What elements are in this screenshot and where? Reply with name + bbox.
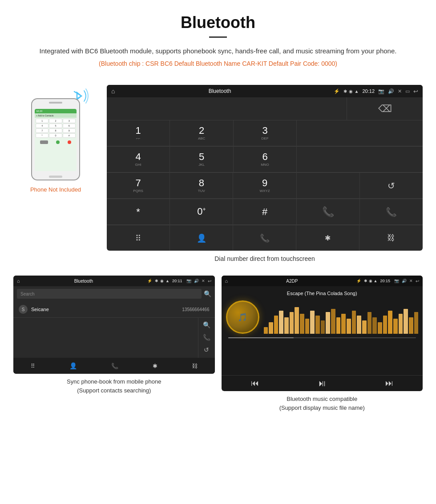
pb-search-side-icon[interactable]: 🔍 — [203, 321, 210, 328]
call-button[interactable]: 📞 — [297, 199, 360, 225]
music-home-icon[interactable]: ⌂ — [225, 278, 228, 284]
volume-icon[interactable]: 🔊 — [388, 88, 394, 94]
dial-key-8[interactable]: 8 TUV — [170, 173, 233, 199]
dial-screen: ⌂ Bluetooth ⚡ ✱ ◉ ▲ 20:12 📷 🔊 ✕ ▭ ↩ — [107, 85, 423, 251]
phone-key: 5 — [49, 124, 62, 128]
camera-icon[interactable]: 📷 — [378, 88, 384, 94]
phone-key: 9 — [63, 128, 76, 133]
phone-key: 0 — [49, 133, 62, 138]
dial-key-hash[interactable]: # — [233, 199, 296, 225]
pb-call-side-icon[interactable]: 📞 — [203, 334, 210, 341]
pb-user-icon[interactable]: 👤 — [69, 362, 77, 369]
status-time: 20:12 — [362, 88, 375, 94]
close-icon[interactable]: ✕ — [398, 88, 402, 94]
pb-bt-bottom-icon[interactable]: ✱ — [153, 363, 157, 369]
pb-phone-icon[interactable]: 📞 — [111, 363, 118, 369]
phone-screen: M:20 + Add to Contacts 1 2 3 4 5 6 7 8 9… — [35, 109, 77, 171]
music-progress-area — [226, 337, 419, 338]
dial-key-0[interactable]: 0+ — [170, 199, 233, 225]
phone-key: # — [63, 133, 76, 138]
keypad-button[interactable]: ⠿ — [107, 225, 170, 251]
music-title: A2DP — [230, 279, 353, 284]
phone-key: 1 — [36, 119, 48, 123]
fullscreen-icon[interactable]: ▭ — [405, 88, 410, 94]
pb-contact-letter: S — [19, 305, 28, 314]
dial-screen-title: Bluetooth — [109, 88, 330, 94]
music-sig-icon: ▲ — [374, 279, 378, 283]
pb-contact-row[interactable]: S Seicane 13566664466 — [13, 301, 215, 318]
pb-home-icon[interactable]: ⌂ — [17, 278, 20, 284]
dial-key-5[interactable]: 5 JKL — [170, 147, 233, 172]
dial-key-7[interactable]: 7 PQRS — [107, 173, 170, 199]
phone-not-included-label: Phone Not Included — [30, 186, 81, 193]
music-progress-fill — [228, 337, 294, 338]
pb-cam-icon[interactable]: 📷 — [186, 279, 191, 283]
dial-key-1[interactable]: 1 ⌐⌐ — [107, 120, 170, 146]
pb-bt-icon: ✱ — [155, 279, 158, 283]
pb-search-icon[interactable]: 🔍 — [204, 290, 211, 297]
pb-refresh-side-icon[interactable]: ↺ — [204, 346, 209, 353]
refresh-button[interactable]: ↺ — [360, 173, 423, 199]
dial-key-9[interactable]: 9 WXYZ — [233, 173, 296, 199]
music-equalizer — [264, 300, 419, 334]
header-section: Bluetooth Integrated with BC6 Bluetooth … — [0, 0, 436, 80]
pb-bottom-bar: ⠿ 👤 📞 ✱ ⛓ — [13, 358, 215, 374]
contacts-button[interactable]: 👤 — [170, 225, 233, 251]
pb-link-bottom-icon[interactable]: ⛓ — [192, 363, 198, 369]
pb-side-icons: 🔍 📞 ↺ — [198, 318, 215, 358]
keypad-icon: ⠿ — [135, 233, 141, 243]
phone-key: 8 — [49, 128, 62, 133]
music-usb-icon: ⚡ — [356, 279, 361, 283]
bottom-screenshots: ⌂ Bluetooth ⚡ ✱ ◉ ▲ 20:11 📷 🔊 ✕ ↩ — [0, 269, 436, 416]
pb-search-row: Search 🔍 — [13, 286, 215, 301]
play-pause-button[interactable]: ⏯ — [318, 378, 327, 388]
bluetooth-bt-button[interactable]: ✱ — [296, 225, 359, 251]
music-progress-bar[interactable] — [228, 337, 416, 338]
music-screenshot: ⌂ A2DP ⚡ ✱ ◉ ▲ 20:15 📷 🔊 ✕ ↩ Esca — [222, 276, 423, 391]
phone-key: 6 — [63, 124, 76, 128]
backspace-button[interactable]: ⌫ — [347, 97, 423, 120]
music-status-bar: ⌂ A2DP ⚡ ✱ ◉ ▲ 20:15 📷 🔊 ✕ ↩ — [222, 276, 423, 286]
phone-button[interactable]: 📞 — [233, 225, 296, 251]
phone-key: 4 — [36, 124, 48, 128]
main-content: M:20 + Add to Contacts 1 2 3 4 5 6 7 8 9… — [0, 80, 436, 269]
music-cam-icon[interactable]: 📷 — [394, 279, 399, 283]
pb-usb-icon: ⚡ — [147, 279, 152, 283]
phone-container: M:20 + Add to Contacts 1 2 3 4 5 6 7 8 9… — [31, 98, 80, 183]
music-controls: ⏮ ⏯ ⏭ — [222, 375, 423, 391]
dial-caption: Dial number direct from touchscreen — [107, 255, 423, 264]
dial-key-3[interactable]: 3 DEF — [234, 120, 297, 146]
dial-key-4[interactable]: 4 GHI — [107, 147, 170, 172]
pb-vol-icon[interactable]: 🔊 — [194, 279, 199, 283]
phone-home-button — [49, 176, 62, 178]
music-vol-icon[interactable]: 🔊 — [402, 279, 407, 283]
prev-track-button[interactable]: ⏮ — [251, 379, 259, 388]
dial-number-display — [107, 97, 347, 120]
music-screen: ⌂ A2DP ⚡ ✱ ◉ ▲ 20:15 📷 🔊 ✕ ↩ Esca — [222, 276, 423, 391]
next-track-button[interactable]: ⏭ — [385, 379, 393, 388]
pb-icons: ✱ ◉ ▲ — [155, 279, 170, 283]
back-icon[interactable]: ↩ — [413, 88, 418, 95]
dial-key-2[interactable]: 2 ABC — [170, 120, 233, 146]
pb-back-icon[interactable]: ↩ — [208, 279, 211, 284]
end-call-button[interactable]: 📞 — [360, 199, 423, 225]
pb-contact-name: Seicane — [31, 307, 178, 312]
music-loc-icon: ◉ — [369, 279, 372, 283]
dial-display-area: ⌫ — [107, 97, 423, 120]
title-divider — [209, 36, 227, 38]
link-button[interactable]: ⛓ — [359, 225, 423, 251]
pb-keypad-icon[interactable]: ⠿ — [31, 363, 35, 369]
pb-search-box[interactable]: Search — [17, 289, 202, 299]
dial-key-star[interactable]: * — [107, 199, 170, 225]
music-cls-icon[interactable]: ✕ — [409, 279, 413, 283]
page-title: Bluetooth — [27, 13, 409, 32]
pb-cls-icon[interactable]: ✕ — [202, 279, 205, 283]
refresh-icon: ↺ — [388, 180, 395, 191]
bluetooth-bt-icon: ✱ — [325, 234, 331, 242]
phone-key: * — [36, 133, 48, 138]
music-status-icons: ✱ ◉ ▲ — [364, 279, 378, 283]
music-note-icon: 🎵 — [238, 312, 247, 322]
link-icon: ⛓ — [387, 233, 395, 243]
music-back-icon[interactable]: ↩ — [416, 279, 419, 284]
dial-key-6[interactable]: 6 MNO — [234, 147, 297, 172]
